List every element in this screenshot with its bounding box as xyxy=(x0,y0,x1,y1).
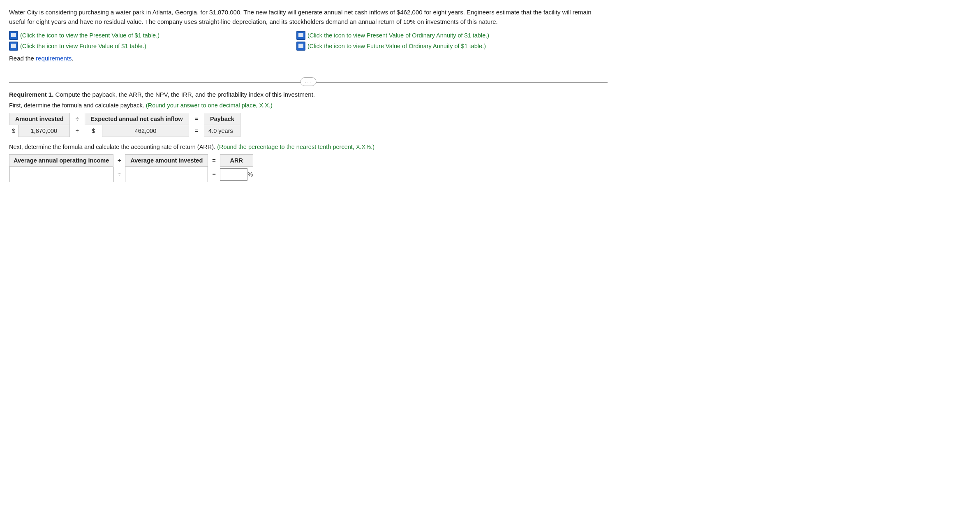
arr-result-input[interactable] xyxy=(220,169,247,180)
payback-col2-header: Expected annual net cash inflow xyxy=(85,113,189,125)
arr-input1[interactable] xyxy=(20,168,102,180)
arr-input2-cell[interactable] xyxy=(125,166,208,182)
requirements-link[interactable]: requirements xyxy=(36,55,72,62)
payback-val1-cell: 1,870,000 xyxy=(18,125,70,137)
payback-op-row: ÷ xyxy=(69,125,85,137)
arr-input1-cell[interactable] xyxy=(9,166,113,182)
arr-op1-header: ÷ xyxy=(113,154,125,166)
payback-table: Amount invested ÷ Expected annual net ca… xyxy=(9,113,240,137)
fv1-link[interactable]: (Click the icon to view Future Value of … xyxy=(20,43,146,49)
payback-result-unit: years xyxy=(218,128,233,134)
arr-result-container: % xyxy=(220,166,253,182)
payback-eq-header: = xyxy=(189,113,204,125)
payback-instruction: First, determine the formula and calcula… xyxy=(9,102,608,109)
payback-col3-header: Payback xyxy=(204,113,240,125)
intro-text: Water City is considering purchasing a w… xyxy=(9,7,608,27)
pvoa-icon[interactable] xyxy=(296,31,305,40)
arr-instruction: Next, determine the formula and calculat… xyxy=(9,144,608,150)
pvoa-link[interactable]: (Click the icon to view Present Value of… xyxy=(307,32,489,39)
payback-dollar1: $ xyxy=(9,125,18,137)
arr-col2-header: Average amount invested xyxy=(125,154,208,166)
payback-val2-cell: 462,000 xyxy=(102,125,189,137)
fvoa-link-item: (Click the icon to view Future Value of … xyxy=(296,42,584,51)
payback-result-cell: 4.0 years xyxy=(204,125,240,137)
pv1-link[interactable]: (Click the icon to view the Present Valu… xyxy=(20,32,159,39)
payback-op1: ÷ xyxy=(69,113,85,125)
arr-eq-row: = xyxy=(208,166,220,182)
fvoa-link[interactable]: (Click the icon to view Future Value of … xyxy=(307,43,486,49)
arr-input2[interactable] xyxy=(125,168,208,180)
pv1-link-item: (Click the icon to view the Present Valu… xyxy=(9,31,296,40)
fv1-icon[interactable] xyxy=(9,42,18,51)
requirement-title: Requirement 1. Compute the payback, the … xyxy=(9,91,608,98)
divider-dots: ··· xyxy=(300,77,317,86)
payback-col1-header: Amount invested xyxy=(9,113,70,125)
read-requirements-text: Read the requirements. xyxy=(9,55,608,62)
payback-dollar2: $ xyxy=(85,125,102,137)
fv1-link-item: (Click the icon to view Future Value of … xyxy=(9,42,296,51)
payback-eq-row: = xyxy=(189,125,204,137)
arr-table: Average annual operating income ÷ Averag… xyxy=(9,154,253,183)
arr-eq-header: = xyxy=(208,154,220,166)
payback-result-value: 4.0 xyxy=(208,128,217,134)
fvoa-icon[interactable] xyxy=(296,42,305,51)
arr-percent-label: % xyxy=(247,171,253,178)
arr-col1-header: Average annual operating income xyxy=(9,154,113,166)
arr-op-row: ÷ xyxy=(113,166,125,182)
pvoa-link-item: (Click the icon to view Present Value of… xyxy=(296,31,584,40)
arr-col3-header: ARR xyxy=(220,154,253,166)
pv1-icon[interactable] xyxy=(9,31,18,40)
